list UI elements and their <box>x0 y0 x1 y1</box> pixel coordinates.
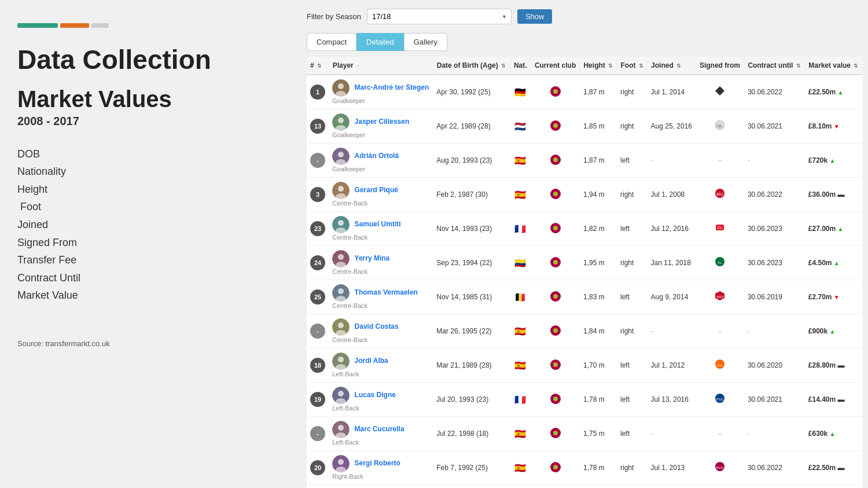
table-row: 13 Jasper Cillessen Goalkeeper Apr 22, 1… <box>307 109 862 144</box>
player-height: 1,77 m <box>580 485 617 489</box>
player-height: 1,78 m <box>580 451 617 485</box>
player-nationality: 🇪🇸 <box>510 451 531 485</box>
players-table: # ⇅ Player ↑ Date of Birth (Age) ⇅ Nat. … <box>307 57 862 488</box>
player-club <box>531 144 580 178</box>
tab-compact[interactable]: Compact <box>307 33 356 51</box>
col-contract[interactable]: Contract until ⇅ <box>744 57 805 75</box>
player-name[interactable]: Samuel Umtiti <box>355 220 401 228</box>
player-market-value: £22.50m ▬ <box>805 451 862 485</box>
player-name[interactable]: Sergi Roberto <box>355 459 400 467</box>
player-club <box>531 109 580 144</box>
player-contract: - <box>744 314 805 348</box>
svg-text:VAL: VAL <box>717 364 724 367</box>
col-market-value[interactable]: Market value ⇅ <box>805 57 862 75</box>
player-nationality: 🇫🇷 <box>510 383 531 417</box>
table-row: - David Costas Centre-Back Mar 26, 1995 … <box>307 314 862 348</box>
color-bar <box>17 23 284 28</box>
player-name[interactable]: Marc-André ter Stegen <box>355 83 429 91</box>
player-number: 3 <box>307 178 329 212</box>
svg-point-16 <box>338 152 344 157</box>
player-foot: right <box>617 109 648 144</box>
player-foot: left <box>617 383 648 417</box>
table-row: 25 Thomas Vermaelen Centre-Back Nov 14, … <box>307 280 862 314</box>
player-height: 1,95 m <box>580 246 617 280</box>
col-dob[interactable]: Date of Birth (Age) ⇅ <box>433 57 510 75</box>
player-joined: Jul 14, 2017 <box>648 485 696 489</box>
player-position: Centre-Back <box>332 234 367 241</box>
svg-point-64 <box>553 362 558 367</box>
player-contract: 30.06.2023 <box>744 246 805 280</box>
col-player[interactable]: Player ↑ <box>329 57 433 75</box>
player-contract: 30.06.2022 <box>744 178 805 212</box>
player-name[interactable]: Jordi Alba <box>355 357 388 365</box>
tab-detailed[interactable]: Detailed <box>356 33 404 51</box>
player-name[interactable]: Lucas Digne <box>355 391 396 399</box>
player-name[interactable]: Gerard Piqué <box>355 186 398 194</box>
col-number[interactable]: # ⇅ <box>307 57 329 75</box>
player-height: 1,75 m <box>580 417 617 451</box>
player-name[interactable]: Yerry Mina <box>355 254 390 262</box>
player-market-value: £14.40m ▬ <box>805 383 862 417</box>
player-position: Right-Back <box>332 473 363 480</box>
col-height[interactable]: Height ⇅ <box>580 57 617 75</box>
player-signed-from: VAL <box>696 348 744 383</box>
svg-point-50 <box>553 294 558 299</box>
table-row: 19 Lucas Digne Left-Back Jul 20, 1993 (2… <box>307 383 862 417</box>
player-foot: right <box>617 485 648 489</box>
player-name[interactable]: David Costas <box>355 322 399 331</box>
show-button[interactable]: Show <box>517 9 553 24</box>
player-signed-from: PSG <box>696 383 744 417</box>
svg-point-20 <box>553 157 558 162</box>
player-nationality: 🇪🇸 <box>510 144 531 178</box>
player-foot: left <box>617 144 648 178</box>
player-dob: Mar 26, 1995 (22) <box>433 314 510 348</box>
player-joined: Jul 13, 2016 <box>648 383 696 417</box>
player-signed-from: OL <box>696 212 744 246</box>
field-market-value: Market Value <box>17 287 284 304</box>
player-club <box>531 383 580 417</box>
bar-green <box>17 23 58 28</box>
player-name[interactable]: Adrián Ortolá <box>355 152 399 160</box>
player-number: 20 <box>307 451 329 485</box>
player-position: Left-Back <box>332 370 359 377</box>
player-name[interactable]: Jasper Cillessen <box>355 118 410 126</box>
player-info: Jasper Cillessen Goalkeeper <box>329 109 433 144</box>
player-joined: - <box>648 144 696 178</box>
player-dob: Nov 14, 1985 (31) <box>433 280 510 314</box>
player-joined: Jul 1, 2013 <box>648 451 696 485</box>
svg-point-12 <box>553 123 558 128</box>
player-number: 23 <box>307 212 329 246</box>
player-position: Centre-Back <box>332 336 367 343</box>
players-tbody: 1 Marc-André ter Stegen Goalkeeper Apr 3… <box>307 75 862 488</box>
player-number: - <box>307 314 329 348</box>
player-joined: Jul 1, 2014 <box>648 75 696 109</box>
player-height: 1,94 m <box>580 178 617 212</box>
col-nat[interactable]: Nat. <box>510 57 531 75</box>
player-dob: Sep 23, 1994 (22) <box>433 246 510 280</box>
player-name[interactable]: Marc Cucurella <box>355 425 404 433</box>
player-dob: Jul 20, 1993 (23) <box>433 383 510 417</box>
filter-label: Filter by Season <box>307 12 361 21</box>
season-select-wrapper[interactable]: 17/18 16/17 15/16 <box>367 9 512 24</box>
table-row: 24 Yerry Mina Centre-Back Sep 23, 1994 (… <box>307 246 862 280</box>
player-dob: Aug 20, 1993 (23) <box>433 144 510 178</box>
col-club[interactable]: Current club <box>531 57 580 75</box>
season-select[interactable]: 17/18 16/17 15/16 <box>367 9 512 24</box>
player-foot: right <box>617 178 648 212</box>
player-signed-from: MU <box>696 178 744 212</box>
player-signed-from: BCN <box>696 451 744 485</box>
svg-point-76 <box>338 425 344 431</box>
player-name[interactable]: Thomas Vermaelen <box>355 288 418 296</box>
svg-point-5 <box>553 89 558 94</box>
player-market-value: £36.00m ▬ <box>805 178 862 212</box>
tab-gallery[interactable]: Gallery <box>404 33 447 51</box>
player-number: 19 <box>307 383 329 417</box>
col-foot[interactable]: Foot ⇅ <box>617 57 648 75</box>
player-height: 1,87 m <box>580 144 617 178</box>
player-market-value: £8.10m ▼ <box>805 109 862 144</box>
col-signed-from[interactable]: Signed from <box>696 57 744 75</box>
svg-point-54 <box>338 322 344 328</box>
player-height: 1,70 m <box>580 348 617 383</box>
col-joined[interactable]: Joined ⇅ <box>648 57 696 75</box>
table-header-row: # ⇅ Player ↑ Date of Birth (Age) ⇅ Nat. … <box>307 57 862 75</box>
